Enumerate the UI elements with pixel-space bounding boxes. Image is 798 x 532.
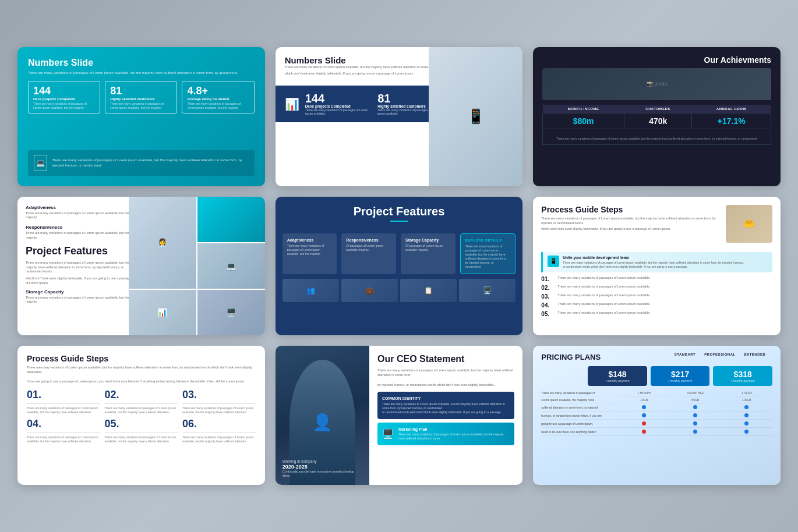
step1-num: 01. <box>27 389 100 401</box>
slide5-thumb-4: 🖥️ <box>459 279 515 302</box>
feat-name-4: going to use a passage of Lorem ipsum. <box>541 422 618 425</box>
slide-1-numbers-teal: Numbers Slide There are many variations … <box>17 47 265 186</box>
slide9-feature-rows: There are many variations of passages of… <box>541 389 772 436</box>
slide6-photo: 🤲 <box>726 205 772 243</box>
step2-desc: There are many variations of passages of… <box>557 285 650 289</box>
slide-8-ceo: 👤 Working in company 2020-2025 Continual… <box>276 346 523 485</box>
slide1-title: Numbers Slide <box>28 58 255 68</box>
work-label: Working in company <box>283 459 362 463</box>
slide9-header: PRICING PLANS STANDART PROFESSIONAL EXTE… <box>541 353 772 361</box>
slide9-row-3: humour, or randomised words which, if yo… <box>541 412 772 420</box>
feat-dot-4-1 <box>670 421 721 426</box>
feat-dot-3-2 <box>721 413 772 418</box>
slide6-step-5: 05. There are many variations of passage… <box>541 311 772 317</box>
feat-val-1-0: 10GB <box>619 398 670 402</box>
slide6-step-3: 03. There are many variations of passage… <box>541 293 772 300</box>
slide9-row-4: going to use a passage of Lorem ipsum. <box>541 420 772 428</box>
step3-num: 03. <box>182 389 256 401</box>
slide5-feat3-title: Storage Capacity <box>405 238 451 242</box>
price-val-2: $217 <box>653 370 708 379</box>
feat-name-1: Lorem ipsum available, the majority have <box>541 398 618 402</box>
slide1-bottom: 💻 There are many variations of passages … <box>28 150 255 176</box>
slide9-col-3: EXTENDED <box>737 353 772 357</box>
step4-desc: There are many variations of passages of… <box>27 435 100 444</box>
slide1-stat-2: 81 Highly satisfied customers There are … <box>105 81 177 114</box>
feat-dot-3-0 <box>619 413 670 418</box>
feat-dot-5-2 <box>721 430 772 434</box>
slide7-step-5: 05. There are many variations of passage… <box>105 418 178 444</box>
slide8-marketing: 🖥️ Marketing Plan There are many variati… <box>377 423 514 445</box>
step6-num: 06. <box>182 418 256 430</box>
slide4-main-title: Project Features <box>26 246 133 257</box>
slide3-col-3: ANNUAL GROW <box>692 105 771 114</box>
feat-val-1-1: 50GB <box>670 398 721 402</box>
slide9-col-2: PROFESSIONAL <box>702 353 737 357</box>
slide1-stat2-desc: There are many variations of passages of… <box>110 102 172 109</box>
step5-desc: There are many variations of passages of… <box>105 435 178 444</box>
slide1-stat1-num: 144 <box>33 85 95 97</box>
slide1-icon: 💻 <box>34 155 47 171</box>
slide5-feat2-desc: Of passages of Lorem ipsum available maj… <box>346 244 391 252</box>
slide9-price-3: $318 / monthly payment <box>713 366 772 386</box>
slide6-hl-content: Unite your mobile development team There… <box>563 256 743 269</box>
slide-9-pricing: PRICING PLANS STANDART PROFESSIONAL EXTE… <box>533 346 781 485</box>
feat-name-5: need to be sure there isn't anything hid… <box>541 430 618 434</box>
slide8-photo: 👤 Working in company 2020-2025 Continual… <box>276 346 369 485</box>
step2-num: 02. <box>105 389 178 401</box>
slide5-thumb-3: 📋 <box>400 279 457 302</box>
photo-icon: 📸 photo <box>647 81 668 87</box>
slide6-highlight: 📱 Unite your mobile development team The… <box>541 252 772 272</box>
price-sub-3: / monthly payment <box>715 379 770 382</box>
slide2-stat1-label: Devs projects Completed <box>305 104 369 108</box>
slide7-step-6: 06. There are many variations of passage… <box>182 418 256 444</box>
slide8-common-desc2: or randomised words which don't look eve… <box>382 410 510 414</box>
laptop-icon: 💻 <box>36 159 45 167</box>
feat-val-0-1: 3 MONTHES <box>670 391 721 395</box>
slide9-row-1: Lorem ipsum available, the majority have… <box>541 396 772 403</box>
slide1-stat1-label: Devs projects Completed <box>33 97 95 101</box>
slide3-col-2: CUSTOMERS <box>624 105 692 114</box>
slide9-row-0: There are many variations of passages of… <box>541 389 772 396</box>
step5-num: 05. <box>541 311 553 317</box>
slide7-step-4: 04. There are many variations of passage… <box>27 418 100 444</box>
slide4-feat2-desc: There are many variations of passages of… <box>26 231 133 240</box>
step1-desc: There are many variations of passages of… <box>557 276 650 281</box>
slide1-stats-row: 144 Devs projects Completed There are ma… <box>28 81 255 114</box>
slides-grid: Numbers Slide There are many variations … <box>17 47 781 485</box>
slide4-main-desc: There are many variations of passages of… <box>26 261 133 274</box>
slide3-val-3: +17.1% <box>692 113 771 129</box>
step2-num: 02. <box>541 285 553 291</box>
slide5-feat1-title: Adaptiveness <box>287 238 333 242</box>
slide4-img-5: 🖥️ <box>197 290 265 335</box>
price-val-3: $318 <box>715 370 770 379</box>
slide4-image-mosaic: 👩‍💼 💻 📊 🖥️ <box>129 197 265 336</box>
slide4-feat1-desc: There are many variations of passages of… <box>26 211 133 220</box>
slide1-stat2-label: Highly satisfied customers <box>110 97 172 101</box>
slide4-img-4: 📊 <box>129 290 196 335</box>
slide8-work-info: Working in company 2020-2025 Continually… <box>283 459 362 478</box>
slide3-desc: There are many variations of passages of… <box>543 129 771 144</box>
slide7-title: Process Guide Steps <box>27 354 256 363</box>
slide-6-process-guide: Process Guide Steps There are many varia… <box>533 197 781 336</box>
slide8-ceo-title: Our CEO Statement <box>377 354 514 364</box>
chart-icon: 📊 <box>285 97 299 111</box>
slide7-step-2: 02. There are many variations of passage… <box>105 389 178 414</box>
slide1-stat-3: 4.8+ Average rating on market There are … <box>182 81 254 114</box>
slide5-feat3-desc: Of passages of Lorem ipsum available maj… <box>405 244 451 252</box>
slide8-common-box: COMMON IDENTITY There are many variation… <box>377 392 514 419</box>
step3-desc: There are many variations of passages of… <box>557 293 650 298</box>
step4-desc: There are many variations of passages of… <box>557 302 650 307</box>
slide1-stat3-label: Average rating on market <box>187 97 249 101</box>
slide5-feat-1: Adaptiveness There are many variations o… <box>283 233 337 274</box>
slide1-stat3-desc: There are many variations of passages of… <box>187 102 249 109</box>
slide-2-numbers-white: Numbers Slide There are many variations … <box>276 47 523 186</box>
slide5-thumb-2: 💼 <box>341 279 398 302</box>
slide6-step-2: 02. There are many variations of passage… <box>541 285 772 291</box>
slide6-steps: 01. There are many variations of passage… <box>541 276 772 317</box>
slide8-ceo-desc2: by injected humour, or randomised words … <box>377 382 514 387</box>
slide5-features: Adaptiveness There are many variations o… <box>276 233 523 274</box>
slide8-ceo-desc: There are many variations of passages of… <box>377 368 514 378</box>
slide5-header: Project Features <box>276 197 523 233</box>
slide2-stat-1: 144 Devs projects Completed There are ma… <box>305 93 369 115</box>
hands-icon: 🤲 <box>743 218 755 229</box>
